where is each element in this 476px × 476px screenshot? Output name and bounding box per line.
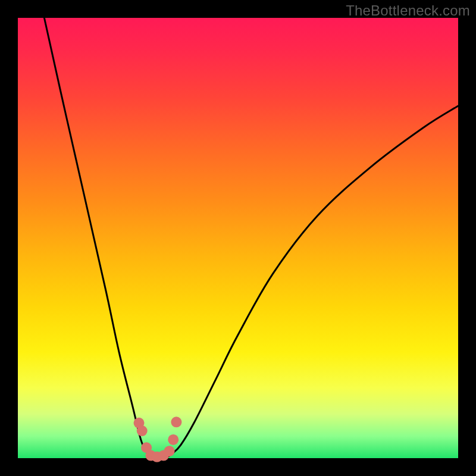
marker-dot [137,425,148,436]
watermark-text: TheBottleneck.com [346,2,470,19]
chart-frame: TheBottleneck.com [0,0,476,476]
marker-dot [164,446,175,456]
plot-area [18,18,458,458]
line-layer [44,18,458,459]
marker-dot [171,416,181,427]
marker-dot [168,434,178,445]
bottleneck-curve [44,18,458,459]
chart-svg [18,18,458,458]
